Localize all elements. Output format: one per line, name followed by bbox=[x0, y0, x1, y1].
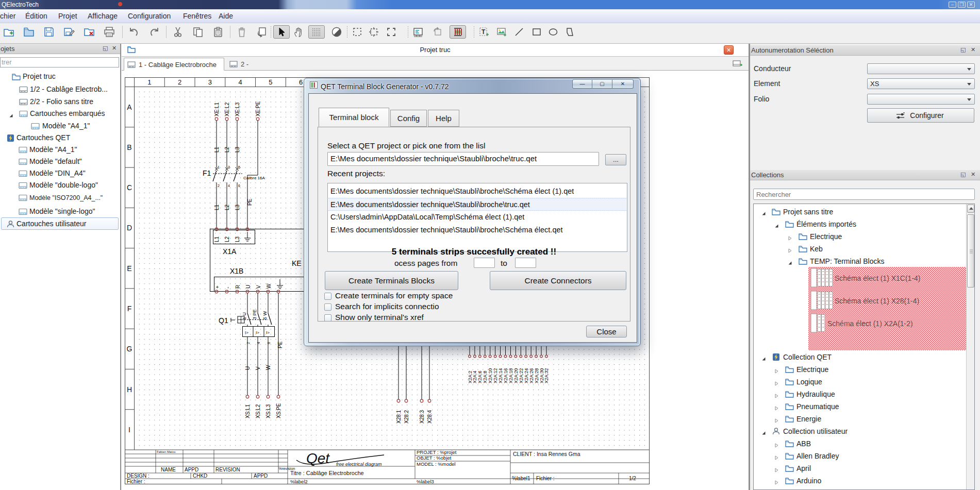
checkbox[interactable] bbox=[324, 314, 331, 322]
collections-search-input[interactable] bbox=[753, 189, 975, 200]
dialog-minimize-button[interactable]: — bbox=[572, 79, 592, 89]
recent-project-item[interactable]: E:\Mes documents\dossier technique\Staub… bbox=[328, 185, 626, 198]
recent-project-item[interactable]: C:\Users\admin\AppData\Local\Temp\Schéma… bbox=[328, 211, 626, 224]
recent-projects-list[interactable]: E:\Mes documents\dossier technique\Staub… bbox=[327, 183, 627, 252]
tree-expand-icon[interactable] bbox=[774, 416, 779, 425]
tree-expand-icon[interactable] bbox=[761, 209, 766, 217]
configure-button[interactable]: Configurer bbox=[867, 108, 974, 123]
new-document-icon[interactable] bbox=[2, 25, 15, 39]
dialog-maximize-button[interactable]: ▢ bbox=[592, 79, 612, 89]
menu-fentres[interactable]: Fenêtres bbox=[183, 12, 211, 20]
left-dock-separator[interactable] bbox=[120, 44, 121, 490]
tree-expand-icon[interactable] bbox=[774, 441, 779, 449]
grid-icon[interactable] bbox=[308, 25, 325, 39]
add-image-icon[interactable] bbox=[495, 25, 508, 39]
checkbox[interactable] bbox=[324, 303, 331, 311]
window-maximize-button[interactable]: ❐ bbox=[958, 2, 966, 8]
tree-expand-icon[interactable] bbox=[788, 259, 792, 267]
close-panel-icon[interactable]: ✕ bbox=[112, 45, 117, 52]
tree-expand-icon[interactable] bbox=[9, 111, 13, 120]
paste-icon[interactable] bbox=[211, 25, 225, 39]
tab-config[interactable]: Config bbox=[390, 110, 427, 127]
tab-folio-2[interactable]: 2 - bbox=[225, 58, 277, 71]
menu-configuration[interactable]: Configuration bbox=[128, 12, 171, 20]
add-folio-icon[interactable] bbox=[733, 60, 743, 68]
add-ellipse-icon[interactable] bbox=[546, 25, 560, 39]
copy-icon[interactable] bbox=[191, 25, 205, 39]
scrollbar-thumb[interactable] bbox=[967, 214, 974, 288]
add-text-icon[interactable]: T bbox=[477, 25, 491, 39]
paste-special-icon[interactable] bbox=[255, 25, 269, 39]
tree-expand-icon[interactable] bbox=[761, 429, 766, 437]
fold-rotate-icon[interactable] bbox=[431, 25, 444, 39]
collections-scrollbar[interactable] bbox=[966, 204, 974, 489]
project-path-input[interactable]: E:\Mes documents\dossier technique\Staub… bbox=[327, 152, 599, 166]
terminal-block-thumbnail[interactable] bbox=[810, 291, 834, 312]
tree-expand-icon[interactable] bbox=[774, 379, 779, 387]
scrollbar-up-button[interactable] bbox=[967, 205, 974, 213]
pages-from-input[interactable] bbox=[474, 258, 495, 268]
menu-affichage[interactable]: Affichage bbox=[88, 12, 118, 20]
close-button[interactable]: Close bbox=[586, 326, 627, 337]
pan-hand-icon[interactable] bbox=[292, 25, 305, 39]
browse-button[interactable]: ... bbox=[605, 154, 626, 165]
dialog-close-button[interactable]: ✕ bbox=[612, 79, 634, 89]
tree-expand-icon[interactable] bbox=[774, 222, 779, 230]
menu-chier[interactable]: chier bbox=[0, 12, 15, 20]
close-panel-icon[interactable]: ✕ bbox=[971, 171, 975, 178]
pages-to-input[interactable] bbox=[515, 258, 536, 268]
close-panel-icon[interactable]: ✕ bbox=[971, 46, 975, 53]
autonum-combo-conducteur[interactable] bbox=[867, 63, 975, 74]
float-panel-icon[interactable]: ◱ bbox=[960, 46, 966, 53]
add-polygon-icon[interactable] bbox=[563, 25, 576, 39]
tree-expand-icon[interactable] bbox=[761, 354, 766, 363]
float-panel-icon[interactable]: ◱ bbox=[960, 171, 966, 178]
tab-folio-1[interactable]: 1 - Cablâge Electrobroche bbox=[124, 58, 224, 71]
undo-icon[interactable] bbox=[127, 25, 141, 39]
mask-icon[interactable] bbox=[330, 25, 343, 39]
selected-element-label[interactable]: Schéma élect (1) X28(1-4) bbox=[835, 297, 919, 305]
add-rectangle-icon[interactable] bbox=[530, 25, 543, 39]
tab-terminal-block[interactable]: Terminal block bbox=[319, 108, 389, 127]
tree-expand-icon[interactable] bbox=[774, 367, 779, 375]
select-arrow-icon[interactable] bbox=[273, 25, 290, 39]
terminal-block-thumbnail[interactable] bbox=[810, 268, 834, 290]
tab-help[interactable]: Help bbox=[428, 110, 459, 127]
tree-expand-icon[interactable] bbox=[774, 404, 779, 412]
selection-resize-icon[interactable] bbox=[367, 25, 380, 39]
save-icon[interactable] bbox=[42, 25, 56, 39]
cut-icon[interactable] bbox=[171, 25, 185, 39]
tree-expand-icon[interactable] bbox=[774, 392, 779, 400]
selected-element-label[interactable]: Schéma élect (1) X1C(1-4) bbox=[835, 274, 921, 282]
element-editor-icon[interactable] bbox=[411, 25, 425, 39]
create-terminal-blocks-button[interactable]: Create Terminals Blocks bbox=[325, 271, 458, 290]
projects-filter-input[interactable]: trer bbox=[0, 57, 119, 67]
menu-dition[interactable]: Édition bbox=[25, 12, 47, 20]
float-panel-icon[interactable]: ◱ bbox=[103, 45, 108, 52]
checkbox[interactable] bbox=[324, 293, 331, 300]
project-window-close-button[interactable]: ✕ bbox=[724, 45, 734, 55]
selection-frame-icon[interactable] bbox=[385, 25, 398, 39]
open-document-icon[interactable] bbox=[22, 25, 36, 39]
save-as-icon[interactable] bbox=[62, 25, 76, 39]
close-document-icon[interactable] bbox=[82, 25, 96, 39]
print-icon[interactable] bbox=[103, 25, 116, 39]
delete-icon[interactable] bbox=[235, 25, 248, 39]
tree-expand-icon[interactable] bbox=[788, 246, 792, 255]
create-connectors-button[interactable]: Create Connectors bbox=[490, 271, 626, 290]
recent-project-item[interactable]: E:\Mes documents\dossier technique\Staub… bbox=[328, 198, 626, 211]
redo-icon[interactable] bbox=[147, 25, 161, 39]
tree-expand-icon[interactable] bbox=[774, 478, 779, 486]
recent-project-item[interactable]: E:\Mes documents\dossier technique\Staub… bbox=[328, 224, 626, 236]
terminal-strip-generator-icon[interactable] bbox=[450, 25, 466, 39]
tree-expand-icon[interactable] bbox=[788, 234, 792, 242]
window-close-button[interactable]: ✕ bbox=[967, 2, 975, 8]
selection-dashed-icon[interactable] bbox=[351, 25, 364, 39]
menu-aide[interactable]: Aide bbox=[219, 12, 233, 20]
autonum-combo-folio[interactable] bbox=[867, 94, 975, 105]
tree-expand-icon[interactable] bbox=[774, 466, 779, 474]
menu-projet[interactable]: Projet bbox=[58, 12, 77, 20]
add-line-icon[interactable] bbox=[512, 25, 526, 39]
autonum-combo-element[interactable]: XS bbox=[867, 78, 975, 89]
selected-element-label[interactable]: Schéma élect (1) X2A(1-2) bbox=[827, 319, 913, 328]
